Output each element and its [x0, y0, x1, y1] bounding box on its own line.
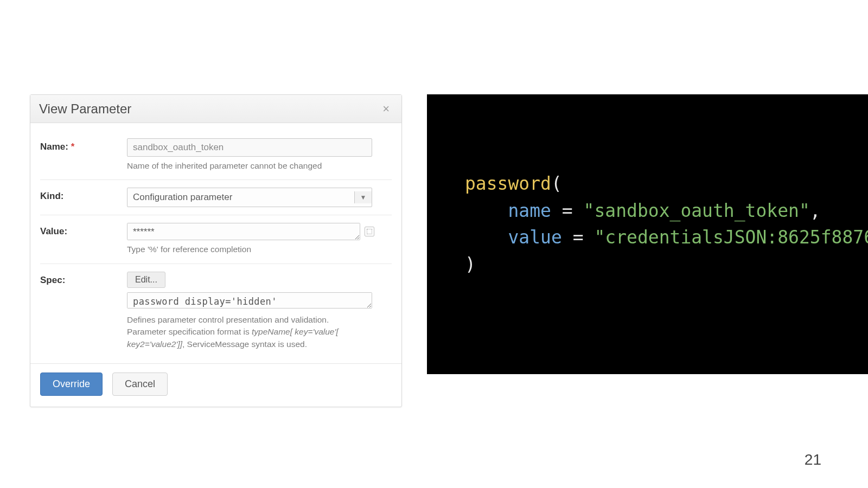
code-panel: password( name = "sandbox_oauth_token", …	[427, 94, 868, 374]
code-fn: password	[465, 173, 551, 194]
dialog-title: View Parameter	[39, 101, 131, 117]
spec-helper-line1: Defines parameter control presentation a…	[127, 315, 329, 324]
kind-label: Kind:	[40, 188, 127, 202]
code-close-paren: )	[465, 254, 476, 275]
spec-input[interactable]	[127, 292, 372, 309]
code-comma: ,	[810, 200, 821, 221]
name-input	[127, 138, 372, 157]
value-input[interactable]	[127, 223, 360, 240]
cancel-button[interactable]: Cancel	[112, 373, 168, 396]
dialog-header: View Parameter ×	[30, 95, 401, 123]
code-eq2: =	[562, 227, 595, 248]
code-line-2: name = "sandbox_oauth_token",	[465, 197, 835, 224]
kind-value: Configuration parameter	[133, 192, 232, 203]
override-button[interactable]: Override	[40, 373, 103, 396]
code-line-1: password(	[465, 170, 835, 197]
close-icon[interactable]: ×	[380, 101, 392, 117]
required-asterisk-icon: *	[71, 142, 75, 152]
code-line-4: )	[465, 251, 835, 278]
dialog-body: Name: * Name of the inherited parameter …	[30, 123, 401, 363]
code-str-name: "sandbox_oauth_token"	[584, 200, 810, 221]
code-str-value: "credentialsJSON:8625f88766da"	[594, 227, 868, 248]
code-line-3: value = "credentialsJSON:8625f88766da"	[465, 224, 835, 251]
name-label-text: Name:	[40, 142, 68, 152]
row-value: Value: Type '%' for reference completion	[40, 215, 392, 263]
chevron-down-icon: ▼	[354, 191, 372, 203]
row-spec: Spec: Edit... Defines parameter control …	[40, 264, 392, 358]
value-label: Value:	[40, 223, 127, 237]
dialog-footer: Override Cancel	[30, 363, 401, 407]
spec-helper: Defines parameter control presentation a…	[127, 314, 392, 350]
spec-helper-line2a: Parameter specification format is	[127, 327, 252, 336]
spec-label: Spec:	[40, 272, 127, 286]
code-eq1: =	[551, 200, 584, 221]
code-kw-value: value	[508, 227, 561, 248]
name-label: Name: *	[40, 138, 127, 152]
row-name: Name: * Name of the inherited parameter …	[40, 131, 392, 179]
parameter-picker-icon[interactable]	[365, 227, 374, 236]
code-kw-name: name	[508, 200, 551, 221]
spec-helper-line2c: , ServiceMessage syntax is used.	[182, 339, 307, 349]
value-helper: Type '%' for reference completion	[127, 243, 392, 255]
name-helper: Name of the inherited parameter cannot b…	[127, 160, 392, 172]
row-kind: Kind: Configuration parameter ▼	[40, 179, 392, 215]
view-parameter-dialog: View Parameter × Name: * Name of the inh…	[30, 94, 402, 407]
kind-select[interactable]: Configuration parameter ▼	[127, 188, 372, 207]
slide-number: 21	[805, 451, 821, 468]
spec-edit-button[interactable]: Edit...	[127, 272, 165, 288]
code-open-paren: (	[551, 173, 562, 194]
